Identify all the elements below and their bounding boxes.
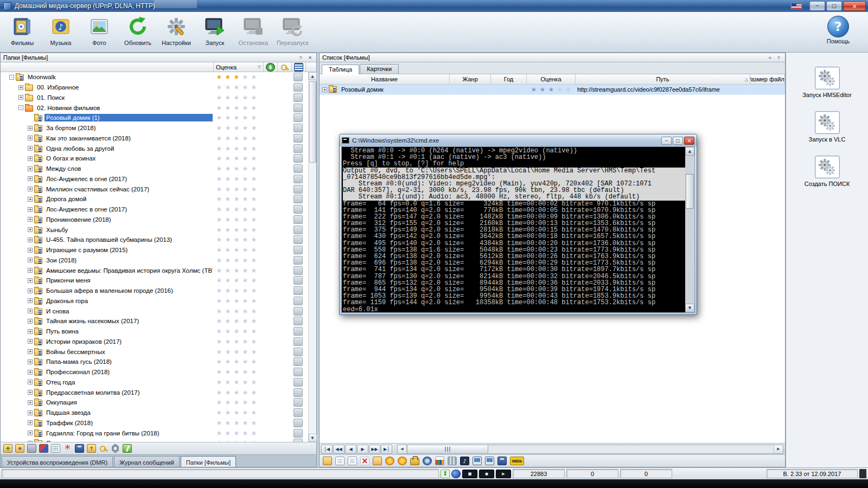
tree-row[interactable]: +И снова★★★★★	[1, 306, 308, 316]
rating-stars[interactable]: ★★★★★	[214, 74, 264, 80]
settings-icon[interactable]	[111, 444, 120, 453]
tree-expander-icon[interactable]: +	[28, 390, 33, 395]
folder-icon[interactable]	[373, 457, 382, 465]
rating-stars[interactable]: ★★★★★	[214, 338, 264, 345]
tree-row[interactable]: +Проникновение (2018)★★★★★	[1, 215, 308, 225]
cmd-window[interactable]: C:\Windows\system32\cmd.exe ─ □ × Stream…	[339, 134, 697, 315]
tree-expander-icon[interactable]: +	[28, 248, 33, 253]
sun-icon[interactable]	[398, 457, 407, 465]
rating-stars[interactable]: ★★★★★	[214, 236, 264, 243]
tree-expander-icon[interactable]: +	[28, 227, 33, 232]
column-header-sort-columns[interactable]	[292, 62, 306, 72]
tree-row[interactable]: -Moonwalk★★★★★	[1, 72, 308, 82]
skip-start-button[interactable]: │◀	[321, 445, 333, 454]
tree-expander-icon[interactable]: +	[28, 400, 33, 405]
rating-stars[interactable]: ★★★★★	[214, 206, 264, 213]
tree-row[interactable]: +U-455. Тайна пропавшей субмарины (2013)…	[1, 235, 308, 245]
tree-expander-icon[interactable]: +	[28, 187, 33, 191]
bottom-tab[interactable]: Журнал сообщений	[114, 456, 180, 467]
tree-row[interactable]: +Лос-Анджелес в огне (2017)★★★★★	[1, 174, 308, 184]
scroll-down-button[interactable]: ▼	[309, 434, 317, 442]
view-tab[interactable]: Таблица	[322, 65, 359, 74]
rating-stars[interactable]: ★★★★★	[214, 349, 264, 355]
tree-row[interactable]: +О богах и воинах★★★★★	[1, 153, 308, 164]
help-button[interactable]: ? Помощь	[820, 13, 856, 52]
column-header[interactable]: Путь△	[576, 74, 750, 84]
table-row[interactable]: +Розовый домик★★★★★http://streamguard.cc…	[320, 85, 785, 95]
tree-expander-icon[interactable]: +	[28, 258, 33, 262]
rating-stars[interactable]: ★★★★★	[214, 298, 264, 304]
column-header-key[interactable]	[278, 62, 292, 72]
save-icon[interactable]	[75, 444, 84, 453]
tree-expander-icon[interactable]: +	[28, 370, 33, 375]
tree-expander-icon[interactable]: +	[28, 207, 33, 212]
rating-stars[interactable]: ★★★★★	[214, 105, 264, 111]
maximize-button[interactable]: □	[826, 1, 842, 11]
tree-row[interactable]: +Миллион счастливых сейчас (2017)★★★★★	[1, 184, 308, 194]
tree-row[interactable]: +Путь воина★★★★★	[1, 326, 308, 337]
column-header-money[interactable]	[264, 62, 278, 72]
imdb-icon[interactable]: IMDb	[510, 457, 524, 465]
rating-stars[interactable]: ★★★★★	[214, 196, 264, 202]
monitor-icon[interactable]	[473, 457, 482, 465]
toolbar-button-music[interactable]: ♪Музыка	[43, 13, 79, 52]
rating-stars[interactable]: ★★★★★	[214, 328, 264, 335]
tree-row[interactable]: +Годзилла: Город на грани битвы (2018)★★…	[1, 428, 308, 438]
favorites-icon[interactable]	[63, 444, 72, 453]
tree-expander-icon[interactable]: +	[18, 95, 23, 100]
column-header[interactable]: Жанр	[450, 74, 491, 84]
fast-forward-button[interactable]: ▶▶	[369, 445, 380, 454]
tree-expander-icon[interactable]: +	[28, 359, 33, 364]
mute-icon[interactable]	[460, 457, 469, 465]
column-header[interactable]: Год	[491, 74, 527, 84]
skip-end-button[interactable]: ▶│	[381, 445, 392, 454]
column-header[interactable]: Название	[320, 74, 450, 84]
resize-grip[interactable]	[859, 469, 866, 478]
toolbar-button-settings[interactable]: Настройки	[158, 13, 194, 52]
tree-row[interactable]: +Оккупация★★★★★	[1, 397, 308, 408]
tree-row[interactable]: +01. Поиск★★★★★	[1, 93, 308, 103]
tree-row[interactable]: Розовый домик (1)★★★★★	[1, 113, 308, 123]
column-header[interactable]: Оценка	[527, 74, 576, 84]
tree-expander-icon[interactable]: +	[28, 268, 33, 273]
rating-stars[interactable]: ★★★★★	[214, 155, 264, 162]
cmd-scroll-thumb[interactable]	[686, 174, 694, 209]
titlebar[interactable]: Домашний медиа-сервер (UPnP, DLNA, HTTP)…	[0, 0, 868, 12]
toolbar-button-photo[interactable]: Фото	[81, 13, 117, 52]
rating-stars[interactable]: ★★★★★	[214, 379, 264, 386]
collapse-left-icon[interactable]: ◃	[766, 54, 773, 61]
mixer-icon[interactable]	[448, 457, 457, 465]
rewind-button[interactable]: ◀◀	[333, 445, 344, 454]
rating-stars[interactable]: ★★★★★	[214, 277, 264, 284]
save-disk-icon[interactable]	[497, 457, 507, 465]
cmd-titlebar[interactable]: C:\Windows\system32\cmd.exe ─ □ ×	[340, 134, 697, 146]
tree-row[interactable]: +Играющие с разумом (2015)★★★★★	[1, 245, 308, 255]
tree-row[interactable]: +Предрассветная молитва (2017)★★★★★	[1, 387, 308, 397]
tree-row[interactable]: +Амишские ведьмы: Правдивая история окру…	[1, 265, 308, 275]
hscroll-right-button[interactable]: ▶	[774, 445, 783, 453]
tree-row[interactable]: +За бортом (2018)★★★★★	[1, 123, 308, 133]
rating-stars[interactable]: ★★★★★	[214, 135, 264, 142]
key-icon[interactable]	[99, 444, 108, 453]
rating-stars[interactable]: ★★★★★	[214, 186, 264, 192]
bottom-tab[interactable]: Устройства воспроизведения (DMR)	[2, 456, 113, 467]
tree-row[interactable]: +Профессионал (2018)★★★★★	[1, 367, 308, 377]
rating-stars[interactable]: ★★★★★	[214, 430, 264, 436]
tree-expander-icon[interactable]: +	[28, 420, 33, 425]
bottom-tab[interactable]: Папки [Фильмы]	[181, 456, 236, 467]
rating-stars[interactable]: ★★★★★	[214, 227, 264, 233]
chart-icon[interactable]	[435, 457, 444, 465]
tree-row[interactable]: +Папа-мама гусь (2018)★★★★★	[1, 357, 308, 367]
edit-list-icon[interactable]	[348, 457, 357, 465]
tree-row[interactable]: +Прикончи меня★★★★★	[1, 275, 308, 286]
rating-stars[interactable]: ★★★★★	[214, 409, 264, 416]
export-icon[interactable]	[87, 444, 96, 453]
rating-stars[interactable]: ★★★★★	[214, 216, 264, 223]
rating-stars[interactable]: ★★★★★	[214, 369, 264, 375]
cmd-scroll-up-button[interactable]: ▲	[685, 147, 694, 156]
horizontal-scrollbar[interactable]: ◀ ▶	[397, 445, 783, 454]
tree-row[interactable]: +Лос-Анджелес в огне (2017)★★★★★	[1, 204, 308, 215]
close-button[interactable]: ×	[843, 1, 866, 11]
rating-stars[interactable]: ★★★★★	[214, 308, 264, 314]
toolbar-button-refresh[interactable]: Обновить	[120, 13, 156, 52]
